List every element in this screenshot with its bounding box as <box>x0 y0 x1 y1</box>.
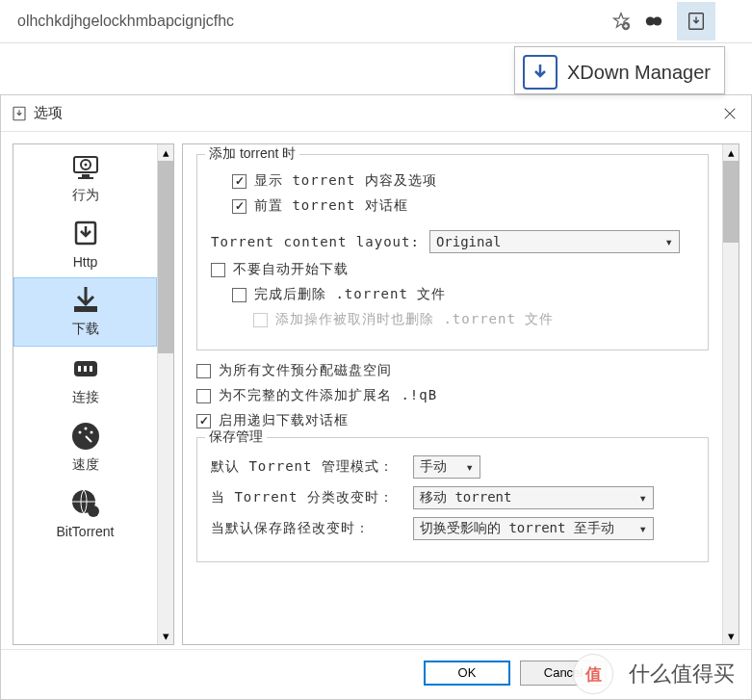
button-label: OK <box>458 665 477 680</box>
checkbox-label: 添加操作被取消时也删除 .torrent 文件 <box>275 311 554 328</box>
options-icon <box>11 105 28 122</box>
checkbox-disabled-icon <box>253 313 268 327</box>
download-icon <box>14 282 156 319</box>
scrollbar-thumb[interactable] <box>158 161 173 353</box>
group-legend: 添加 torrent 时 <box>205 145 299 163</box>
url-text: olhchkdjhgelockhmbapcignjcfhc <box>17 13 234 30</box>
svg-point-9 <box>84 164 87 167</box>
checkbox-unchecked-icon <box>211 263 225 277</box>
star-add-icon[interactable] <box>611 12 631 31</box>
sidebar-item-http[interactable]: Http <box>13 212 157 277</box>
xdown-logo-icon <box>523 55 558 90</box>
extension-icon[interactable] <box>635 2 673 40</box>
scroll-down-icon[interactable]: ▾ <box>158 628 173 644</box>
svg-point-21 <box>88 506 99 517</box>
checkbox-front-dialog[interactable]: ✓ 前置 torrent 对话框 <box>232 197 694 215</box>
svg-point-17 <box>78 431 81 434</box>
row-label: 当默认保存路径改变时： <box>211 520 403 537</box>
layout-label: Torrent content layout: <box>211 234 420 249</box>
select-value: 移动 torrent <box>420 489 511 506</box>
options-dialog: 选项 行为 Http <box>0 94 752 700</box>
checkbox-add-ext[interactable]: 为不完整的文件添加扩展名 .!qB <box>196 387 709 404</box>
sidebar-item-behavior[interactable]: 行为 <box>13 144 157 212</box>
sidebar-item-bittorrent[interactable]: BitTorrent <box>13 481 157 547</box>
sidebar-item-label: 速度 <box>13 456 157 474</box>
browser-toolbar: olhchkdjhgelockhmbapcignjcfhc <box>0 0 752 43</box>
checkbox-unchecked-icon <box>232 288 246 302</box>
svg-point-2 <box>653 16 661 25</box>
checkbox-enable-recursive[interactable]: ✓ 启用递归下载对话框 <box>196 412 709 429</box>
checkbox-label: 启用递归下载对话框 <box>219 412 349 429</box>
popup-title: XDown Manager <box>567 62 711 84</box>
save-management-group: 保存管理 默认 Torrent 管理模式： 手动 ▾ 当 Torrent 分类改… <box>196 437 709 562</box>
checkbox-no-auto-start[interactable]: 不要自动开始下载 <box>211 261 694 278</box>
layout-select[interactable]: Original ▾ <box>429 230 680 253</box>
chevron-down-icon: ▾ <box>466 459 474 475</box>
group-legend: 保存管理 <box>205 428 267 446</box>
select-value: 切换受影响的 torrent 至手动 <box>420 520 614 537</box>
close-button[interactable] <box>718 102 741 125</box>
sidebar-item-speed[interactable]: 速度 <box>13 414 157 481</box>
path-change-select[interactable]: 切换受影响的 torrent 至手动 ▾ <box>413 517 654 540</box>
sidebar-item-label: BitTorrent <box>13 524 157 539</box>
svg-point-19 <box>90 431 92 434</box>
svg-rect-6 <box>82 174 90 177</box>
svg-rect-15 <box>90 366 92 372</box>
row-label: 默认 Torrent 管理模式： <box>211 458 403 476</box>
url-box[interactable]: olhchkdjhgelockhmbapcignjcfhc <box>8 7 604 36</box>
ok-button[interactable]: OK <box>424 661 510 686</box>
extension-popup: XDown Manager <box>514 46 725 94</box>
add-torrent-group: 添加 torrent 时 ✓ 显示 torrent 内容及选项 ✓ 前置 tor… <box>196 154 709 350</box>
checkbox-unchecked-icon <box>196 389 211 403</box>
checkbox-label: 为不完整的文件添加扩展名 .!qB <box>219 387 437 404</box>
svg-rect-13 <box>78 366 81 372</box>
watermark: 值 什么值得买 <box>573 654 744 694</box>
sidebar-scrollbar[interactable]: ▴ ▾ <box>157 144 173 644</box>
sidebar-item-connection[interactable]: 连接 <box>13 347 157 414</box>
checkbox-prealloc[interactable]: 为所有文件预分配磁盘空间 <box>196 362 709 379</box>
sidebar-item-label: 下载 <box>14 321 156 338</box>
checkbox-label: 显示 torrent 内容及选项 <box>254 172 437 190</box>
checkbox-delete-on-cancel: 添加操作被取消时也删除 .torrent 文件 <box>253 311 694 328</box>
content-panel: 添加 torrent 时 ✓ 显示 torrent 内容及选项 ✓ 前置 tor… <box>182 143 739 645</box>
content-scrollbar[interactable]: ▴ ▾ <box>722 144 739 644</box>
dialog-titlebar: 选项 <box>1 95 751 132</box>
sidebar-item-download[interactable]: 下载 <box>13 277 157 347</box>
checkbox-checked-icon: ✓ <box>232 174 246 189</box>
watermark-text: 什么值得买 <box>619 658 744 690</box>
checkbox-label: 前置 torrent 对话框 <box>254 197 408 215</box>
chevron-down-icon: ▾ <box>664 234 672 249</box>
checkbox-checked-icon: ✓ <box>232 199 246 214</box>
default-mode-select[interactable]: 手动 ▾ <box>413 455 480 479</box>
row-label: 当 Torrent 分类改变时： <box>211 489 403 506</box>
checkbox-checked-icon: ✓ <box>196 414 211 428</box>
download-manager-icon[interactable] <box>677 2 715 40</box>
watermark-logo: 值 <box>573 654 613 694</box>
scrollbar-thumb[interactable] <box>723 161 739 243</box>
sidebar-item-label: 行为 <box>13 187 157 204</box>
gauge-icon <box>13 418 157 454</box>
checkbox-show-content[interactable]: ✓ 显示 torrent 内容及选项 <box>232 172 694 190</box>
select-value: Original <box>436 234 501 249</box>
svg-rect-11 <box>74 306 97 312</box>
select-value: 手动 <box>420 458 447 476</box>
sidebar-item-label: 连接 <box>13 389 157 406</box>
svg-rect-14 <box>84 366 87 372</box>
dialog-title: 选项 <box>34 104 718 122</box>
sidebar-item-label: Http <box>13 254 157 270</box>
scroll-up-icon[interactable]: ▴ <box>723 144 739 161</box>
scroll-down-icon[interactable]: ▾ <box>723 628 739 644</box>
svg-rect-7 <box>78 177 93 179</box>
checkbox-delete-after[interactable]: 完成后删除 .torrent 文件 <box>232 286 694 303</box>
chevron-down-icon: ▾ <box>639 521 647 536</box>
globe-gear-icon <box>13 485 157 522</box>
svg-point-18 <box>84 428 87 430</box>
checkbox-unchecked-icon <box>196 364 211 378</box>
checkbox-label: 不要自动开始下载 <box>233 261 349 278</box>
gear-monitor-icon <box>13 148 157 185</box>
checkbox-label: 完成后删除 .torrent 文件 <box>254 286 446 303</box>
category-change-select[interactable]: 移动 torrent ▾ <box>413 486 654 509</box>
http-icon <box>13 216 157 252</box>
scroll-up-icon[interactable]: ▴ <box>158 144 173 161</box>
chevron-down-icon: ▾ <box>639 490 647 506</box>
